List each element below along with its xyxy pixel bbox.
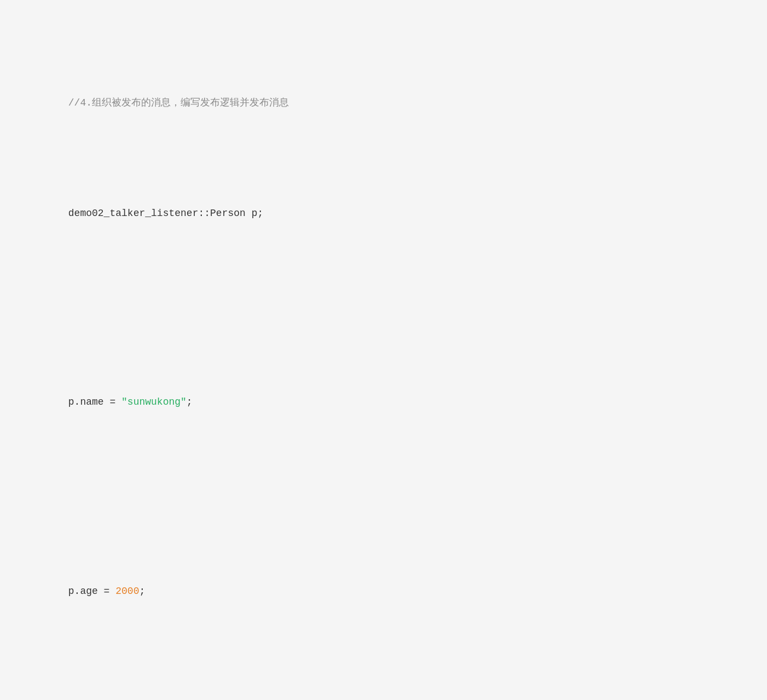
code-container: //4.组织被发布的消息，编写发布逻辑并发布消息 demo02_talker_l… <box>0 0 767 700</box>
code-line-1: //4.组织被发布的消息，编写发布逻辑并发布消息 <box>33 79 734 126</box>
code-text: p.name = <box>68 396 121 407</box>
code-line-blank-3 <box>33 678 734 693</box>
code-line-6: p.age = 2000; <box>33 568 734 615</box>
string-value: "sunwukong" <box>121 396 187 407</box>
code-text: p.age = <box>68 586 115 597</box>
code-text: ; <box>139 586 145 597</box>
code-line-4: p.name = "sunwukong"; <box>33 378 734 425</box>
code-text: ; <box>187 396 193 407</box>
number-value: 2000 <box>115 586 139 597</box>
code-line-blank-2 <box>33 489 734 505</box>
code-text: demo02_talker_listener::Person p; <box>68 208 263 219</box>
code-block: //4.组织被发布的消息，编写发布逻辑并发布消息 demo02_talker_l… <box>33 16 734 700</box>
code-line-2: demo02_talker_listener::Person p; <box>33 190 734 237</box>
code-line-blank-1 <box>33 300 734 316</box>
comment-text: //4.组织被发布的消息，编写发布逻辑并发布消息 <box>68 97 289 108</box>
